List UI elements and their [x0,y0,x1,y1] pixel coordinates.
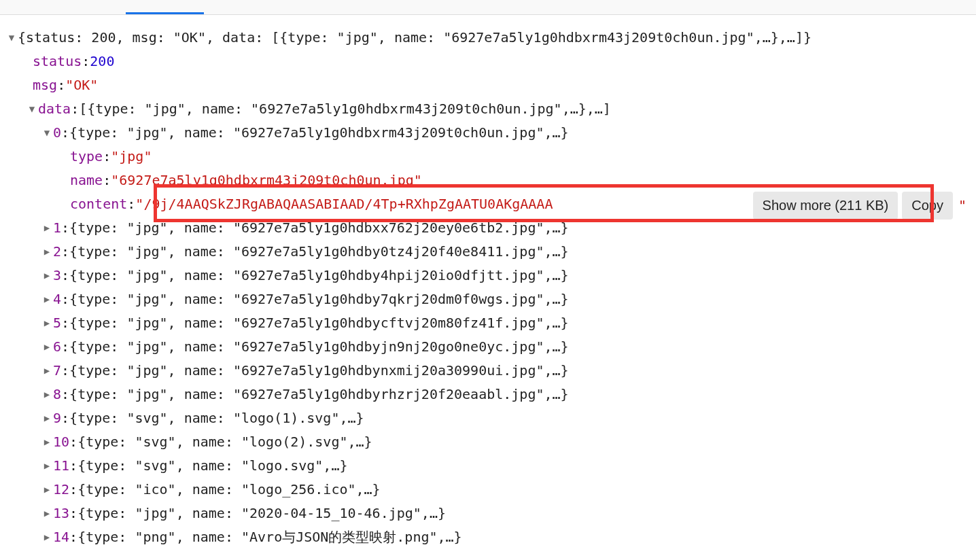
prop-key: type [70,145,103,169]
prop-value: {type: "jpg", name: "2020-04-15_10-46.jp… [77,502,446,525]
item0-name-line[interactable]: name: "6927e7a5ly1g0hdbxrm43j209t0ch0un.… [5,169,971,192]
prop-value: [{type: "jpg", name: "6927e7a5ly1g0hdbxr… [79,97,611,121]
prop-value: {type: "jpg", name: "6927e7a5ly1g0hdby0t… [69,240,569,264]
status-line[interactable]: status: 200 [5,50,971,73]
expand-toggle[interactable] [41,457,53,474]
prop-value: 200 [90,50,114,73]
expand-toggle[interactable] [41,291,53,308]
root-summary: {status: 200, msg: "OK", data: [{type: "… [18,26,812,50]
expand-toggle[interactable] [41,124,53,141]
closing-quote: " [958,194,966,217]
expand-toggle[interactable] [41,505,53,522]
expand-toggle[interactable] [41,267,53,284]
prop-value: {type: "png", name: "Avro与JSON的类型映射.png"… [77,525,462,549]
show-more-button[interactable]: Show more (211 KB) [753,192,899,220]
data-line[interactable]: data: [{type: "jpg", name: "6927e7a5ly1g… [5,97,971,121]
prop-key: 5 [53,311,61,335]
prop-key: 13 [53,502,69,525]
prop-key: 14 [53,525,69,549]
array-item-line[interactable]: 7: {type: "jpg", name: "6927e7a5ly1g0hdb… [5,359,971,383]
prop-key: name [70,169,103,192]
prop-key: 11 [53,454,69,478]
prop-value: "jpg" [111,145,152,169]
expand-toggle[interactable] [41,386,53,403]
expand-toggle[interactable] [41,315,53,332]
prop-key: msg [33,73,57,97]
prop-value: {type: "svg", name: "logo(2).svg",…} [77,430,372,454]
prop-value: {type: "svg", name: "logo(1).svg",…} [69,406,364,430]
array-item-line[interactable]: 12: {type: "ico", name: "logo_256.ico",…… [5,478,971,502]
array-item-line[interactable]: 6: {type: "jpg", name: "6927e7a5ly1g0hdb… [5,335,971,359]
array-item-line[interactable]: 2: {type: "jpg", name: "6927e7a5ly1g0hdb… [5,240,971,264]
root-line[interactable]: {status: 200, msg: "OK", data: [{type: "… [5,26,971,50]
prop-key: 0 [53,121,61,145]
prop-value: {type: "jpg", name: "6927e7a5ly1g0hdbxrm… [69,121,569,145]
prop-value: "OK" [65,73,98,97]
prop-key: data [38,97,71,121]
prop-value: {type: "ico", name: "logo_256.ico",…} [77,478,381,502]
expand-toggle[interactable] [41,529,53,546]
prop-value: "/9j/4AAQSkZJRgABAQAASABIAAD/4Tp+RXhpZgA… [135,192,553,216]
prop-key: 10 [53,430,69,454]
prop-key: 2 [53,240,61,264]
array-item-line[interactable]: 9: {type: "svg", name: "logo(1).svg",…} [5,406,971,430]
prop-value: {type: "jpg", name: "6927e7a5ly1g0hdbycf… [69,311,569,335]
expand-toggle[interactable] [41,243,53,260]
prop-key: 9 [53,406,61,430]
prop-value: {type: "jpg", name: "6927e7a5ly1g0hdby7q… [69,287,569,311]
prop-key: 12 [53,478,69,502]
expand-toggle[interactable] [41,434,53,451]
expand-toggle[interactable] [5,29,18,46]
prop-key: content [70,192,127,216]
msg-line[interactable]: msg: "OK" [5,73,971,97]
prop-value: {type: "jpg", name: "6927e7a5ly1g0hdbxx7… [69,216,569,240]
item0-type-line[interactable]: type: "jpg" [5,145,971,169]
array-item-line[interactable]: 14: {type: "png", name: "Avro与JSON的类型映射.… [5,525,971,549]
json-tree: {status: 200, msg: "OK", data: [{type: "… [0,15,976,556]
item0-line[interactable]: 0: {type: "jpg", name: "6927e7a5ly1g0hdb… [5,121,971,145]
prop-value: {type: "jpg", name: "6927e7a5ly1g0hdby4h… [69,264,569,287]
prop-value: {type: "jpg", name: "6927e7a5ly1g0hdbyjn… [69,335,569,359]
array-item-line[interactable]: 11: {type: "svg", name: "logo.svg",…} [5,454,971,478]
prop-value: {type: "svg", name: "logo.svg",…} [77,454,347,478]
expand-toggle[interactable] [26,101,38,118]
array-item-line[interactable]: 5: {type: "jpg", name: "6927e7a5ly1g0hdb… [5,311,971,335]
copy-button[interactable]: Copy [902,192,953,220]
prop-key: 1 [53,216,61,240]
prop-key: 3 [53,264,61,287]
prop-key: 6 [53,335,61,359]
prop-value: "6927e7a5ly1g0hdbxrm43j209t0ch0un.jpg" [111,169,422,192]
active-tab-underline [126,12,204,14]
prop-key: 7 [53,359,61,383]
array-item-line[interactable]: 10: {type: "svg", name: "logo(2).svg",…} [5,430,971,454]
devtools-tab-bar [0,0,976,15]
content-actions: Show more (211 KB) Copy " [749,192,966,220]
prop-value: {type: "jpg", name: "6927e7a5ly1g0hdbyrh… [69,383,569,406]
expand-toggle[interactable] [41,220,53,237]
expand-toggle[interactable] [41,410,53,427]
array-item-line[interactable]: 3: {type: "jpg", name: "6927e7a5ly1g0hdb… [5,264,971,287]
array-item-line[interactable]: 13: {type: "jpg", name: "2020-04-15_10-4… [5,502,971,525]
array-item-line[interactable]: 1: {type: "jpg", name: "6927e7a5ly1g0hdb… [5,216,971,240]
prop-value: {type: "jpg", name: "6927e7a5ly1g0hdbynx… [69,359,569,383]
expand-toggle[interactable] [41,338,53,355]
expand-toggle[interactable] [41,362,53,379]
array-item-line[interactable]: 4: {type: "jpg", name: "6927e7a5ly1g0hdb… [5,287,971,311]
array-item-line[interactable]: 8: {type: "jpg", name: "6927e7a5ly1g0hdb… [5,383,971,406]
prop-key: 4 [53,287,61,311]
expand-toggle[interactable] [41,481,53,498]
prop-key: status [33,50,82,73]
prop-key: 8 [53,383,61,406]
